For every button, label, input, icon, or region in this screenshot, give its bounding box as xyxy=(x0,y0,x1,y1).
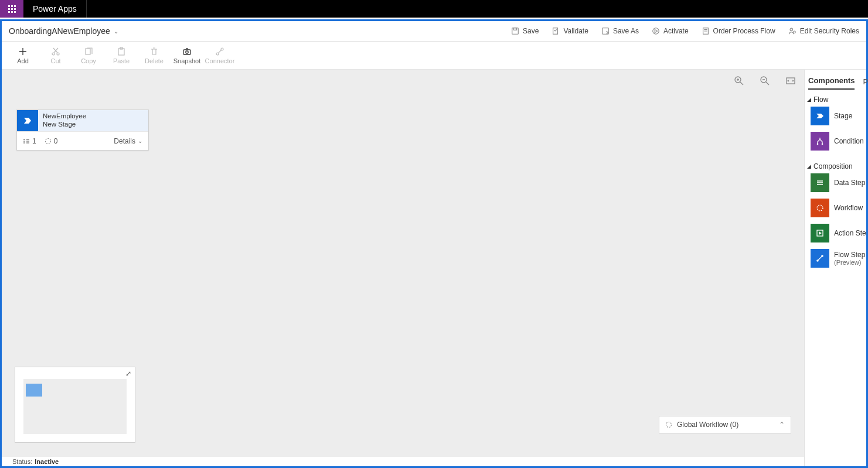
activate-label: Activate xyxy=(663,27,689,35)
canvas[interactable]: NewEmployee New Stage 1 0 Details xyxy=(2,70,804,457)
minimap-inner xyxy=(23,379,127,434)
data-step-icon xyxy=(811,173,829,192)
paste-button[interactable]: Paste xyxy=(105,47,138,64)
add-label: Add xyxy=(17,57,29,64)
component-flow-step[interactable]: Flow Step (Preview) xyxy=(805,248,866,268)
camera-icon xyxy=(182,47,192,56)
connector-label: Connector xyxy=(205,57,235,64)
cut-icon xyxy=(51,47,60,56)
stage-icon xyxy=(811,107,829,125)
process-name-dropdown[interactable]: OnboardingANewEmployee ⌄ xyxy=(9,26,118,36)
component-workflow-label: Workflow xyxy=(834,204,863,212)
status-bar: Status: Inactive xyxy=(2,457,804,466)
zoom-out-icon[interactable] xyxy=(760,76,770,86)
panel-tabs: Components Pr xyxy=(805,70,866,90)
zoom-controls xyxy=(734,76,796,86)
section-composition[interactable]: ◢Composition xyxy=(805,156,866,173)
svg-point-16 xyxy=(221,48,223,50)
stage-card[interactable]: NewEmployee New Stage 1 0 Details xyxy=(16,110,149,151)
stage-text: NewEmployee New Stage xyxy=(38,110,148,131)
snapshot-button[interactable]: Snapshot xyxy=(171,47,203,64)
edit-security-roles-button[interactable]: Edit Security Roles xyxy=(788,27,859,35)
component-action-step[interactable]: Action Ste xyxy=(805,223,866,243)
section-flow-label: Flow xyxy=(813,95,828,104)
details-label: Details xyxy=(114,137,135,145)
header-actions: Save Validate Save As Activate Order Pro… xyxy=(511,27,859,35)
flow-step-text: Flow Step xyxy=(834,251,865,259)
save-button[interactable]: Save xyxy=(511,27,539,35)
order-label: Order Process Flow xyxy=(713,27,775,35)
svg-point-8 xyxy=(52,53,55,55)
tab-properties[interactable]: Pr xyxy=(863,77,868,90)
app-launcher-button[interactable] xyxy=(0,0,23,18)
plus-icon xyxy=(18,47,28,56)
minimap-expand-icon[interactable]: ⤢ xyxy=(125,370,131,378)
save-as-button[interactable]: Save As xyxy=(601,27,639,35)
svg-point-15 xyxy=(216,53,219,55)
component-data-step[interactable]: Data Step xyxy=(805,173,866,193)
svg-point-20 xyxy=(45,138,50,144)
status-label: Status: xyxy=(12,458,32,465)
connector-button[interactable]: Connector xyxy=(203,47,236,64)
condition-icon xyxy=(811,132,829,151)
delete-label: Delete xyxy=(145,57,164,64)
component-workflow[interactable]: Workflow xyxy=(805,198,866,218)
stage-body: 1 0 Details ⌄ xyxy=(17,131,148,150)
chevron-down-icon: ⌄ xyxy=(138,138,142,144)
process-name-label: OnboardingANewEmployee xyxy=(9,26,110,36)
svg-point-14 xyxy=(186,50,188,53)
workflow-dashed-icon xyxy=(45,138,52,145)
components-panel: Components Pr ◢Flow Stage Condition ◢Com… xyxy=(804,70,866,466)
svg-rect-10 xyxy=(86,49,90,54)
security-label: Edit Security Roles xyxy=(800,27,859,35)
cut-button[interactable]: Cut xyxy=(39,47,72,64)
fit-to-screen-icon[interactable] xyxy=(785,76,796,86)
component-data-step-label: Data Step xyxy=(834,179,865,187)
delete-button[interactable]: Delete xyxy=(138,47,171,64)
steps-icon xyxy=(23,138,30,145)
order-process-flow-button[interactable]: Order Process Flow xyxy=(702,27,775,35)
component-stage[interactable]: Stage xyxy=(805,106,866,126)
add-button[interactable]: Add xyxy=(6,47,39,64)
validate-icon xyxy=(552,27,560,35)
copy-label: Copy xyxy=(81,57,96,64)
section-flow[interactable]: ◢Flow xyxy=(805,90,866,106)
chevron-down-icon: ⌄ xyxy=(114,28,118,35)
stage-badge xyxy=(17,110,38,131)
workflow-count-value: 0 xyxy=(54,137,58,145)
component-condition[interactable]: Condition xyxy=(805,131,866,151)
zoom-in-icon[interactable] xyxy=(734,76,744,86)
flow-step-sub: (Preview) xyxy=(834,259,865,266)
save-as-icon xyxy=(601,27,610,35)
status-value: Inactive xyxy=(35,458,59,465)
stage-name-label: New Stage xyxy=(43,121,144,129)
top-bar: Power Apps xyxy=(0,0,868,18)
svg-rect-0 xyxy=(512,28,519,35)
validate-button[interactable]: Validate xyxy=(552,27,588,35)
designer-frame: OnboardingANewEmployee ⌄ Save Validate S… xyxy=(0,19,868,468)
copy-button[interactable]: Copy xyxy=(72,47,105,64)
workflow-count: 0 xyxy=(45,137,58,145)
order-icon xyxy=(702,27,710,35)
cut-label: Cut xyxy=(50,57,60,64)
connector-icon xyxy=(215,47,224,56)
svg-point-6 xyxy=(790,28,792,30)
minimap[interactable]: ⤢ xyxy=(15,367,135,443)
step-count: 1 xyxy=(23,137,36,145)
section-composition-label: Composition xyxy=(813,162,853,170)
details-button[interactable]: Details ⌄ xyxy=(114,137,142,145)
svg-point-23 xyxy=(822,144,823,145)
global-workflow-bar[interactable]: Global Workflow (0) ⌃ xyxy=(659,416,791,433)
svg-rect-1 xyxy=(513,28,516,30)
component-stage-label: Stage xyxy=(834,112,852,120)
app-title: Power Apps xyxy=(23,0,87,18)
security-icon xyxy=(788,27,796,35)
paste-icon xyxy=(117,47,126,56)
tab-components[interactable]: Components xyxy=(808,76,855,90)
header-bar: OnboardingANewEmployee ⌄ Save Validate S… xyxy=(2,21,866,42)
action-step-icon xyxy=(811,224,829,242)
activate-button[interactable]: Activate xyxy=(652,27,689,35)
stage-header: NewEmployee New Stage xyxy=(17,110,148,131)
workflow-icon xyxy=(811,199,829,217)
global-workflow-label: Global Workflow (0) xyxy=(677,421,738,429)
